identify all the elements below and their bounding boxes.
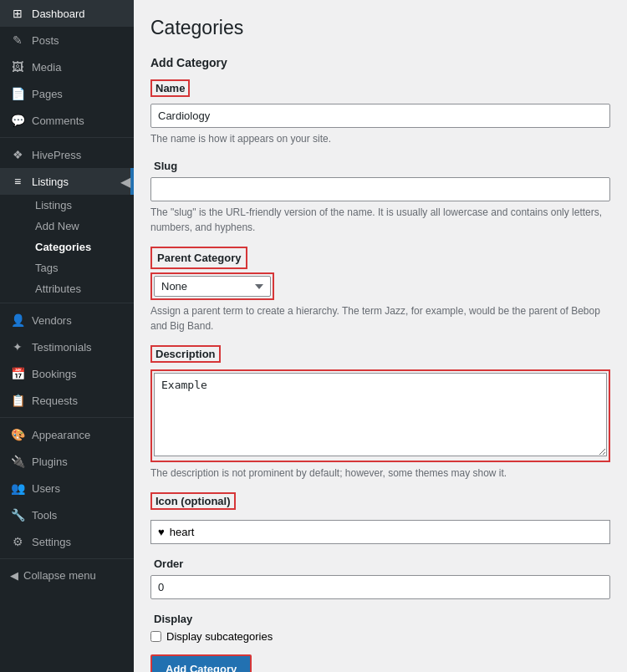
sidebar-sub-item-listings[interactable]: Listings: [25, 195, 134, 216]
sidebar-item-label: Listings: [32, 176, 69, 188]
description-box: [150, 369, 610, 462]
icon-field[interactable]: ♥ heart: [150, 520, 610, 544]
sidebar-item-label: Dashboard: [32, 8, 85, 20]
slug-input[interactable]: [150, 177, 610, 201]
parent-category-group: Parent Category None Assign a parent ter…: [150, 247, 610, 333]
sidebar-item-dashboard[interactable]: ⊞ Dashboard: [0, 0, 134, 27]
display-subcategories-checkbox[interactable]: [150, 631, 161, 642]
collapse-icon: ◀: [10, 569, 18, 582]
sidebar-item-posts[interactable]: ✎ Posts: [0, 27, 134, 53]
parent-category-select[interactable]: None: [154, 276, 271, 297]
sidebar-item-pages[interactable]: 📄 Pages: [0, 80, 134, 107]
media-icon: 🖼: [10, 60, 25, 74]
settings-icon: ⚙: [10, 535, 25, 548]
add-category-button[interactable]: Add Category: [150, 654, 252, 672]
sidebar-item-label: Testimonials: [32, 341, 92, 354]
sidebar-item-label: Tools: [32, 509, 57, 522]
name-label: Name: [155, 82, 185, 94]
sidebar-item-listings[interactable]: ≡ Listings ◀: [0, 168, 134, 195]
active-indicator: [130, 168, 134, 195]
separator: [0, 137, 134, 138]
sidebar-sub-item-add-new[interactable]: Add New: [25, 216, 134, 237]
separator-2: [0, 303, 134, 303]
name-label-wrapper: Name: [150, 79, 190, 97]
sidebar-sub-item-tags[interactable]: Tags: [25, 257, 134, 278]
sidebar-item-bookings[interactable]: 📅 Bookings: [0, 360, 134, 387]
order-group: Order: [150, 556, 610, 599]
page-title: Categories: [150, 17, 610, 39]
sidebar-item-label: Media: [32, 61, 61, 74]
main-content: Categories Add Category Name The name is…: [134, 0, 627, 672]
order-label: Order: [150, 556, 610, 572]
sidebar-item-label: Users: [32, 482, 60, 495]
plugins-icon: 🔌: [10, 455, 25, 468]
sidebar-item-label: Bookings: [32, 368, 76, 380]
sidebar-item-plugins[interactable]: 🔌 Plugins: [0, 448, 134, 475]
description-textarea[interactable]: [154, 373, 607, 456]
order-input[interactable]: [150, 575, 610, 599]
slug-hint: The "slug" is the URL-friendly version o…: [150, 205, 610, 235]
sidebar-item-label: Requests: [32, 395, 78, 407]
parent-label-wrapper: Parent Category: [150, 247, 247, 269]
desc-label-wrapper: Description: [150, 345, 221, 363]
sidebar-item-users[interactable]: 👥 Users: [0, 475, 134, 501]
sidebar-item-label: Comments: [32, 115, 84, 127]
icon-label: Icon (optional): [155, 495, 231, 507]
name-input[interactable]: [150, 104, 610, 128]
description-label: Description: [155, 348, 216, 360]
listings-icon: ≡: [10, 175, 25, 188]
sidebar-item-label: Appearance: [32, 429, 90, 441]
vendors-icon: 👤: [10, 313, 25, 327]
sidebar-item-label: Vendors: [32, 314, 72, 327]
description-hint: The description is not prominent by defa…: [150, 466, 610, 481]
sidebar-item-tools[interactable]: 🔧 Tools: [0, 501, 134, 528]
parent-category-hint: Assign a parent term to create a hierarc…: [150, 303, 610, 333]
sidebar-item-hivepress[interactable]: ❖ HivePress: [0, 141, 134, 168]
add-button-group: Add Category: [150, 654, 610, 672]
sidebar-item-vendors[interactable]: 👤 Vendors: [0, 307, 134, 333]
appearance-icon: 🎨: [10, 428, 25, 441]
collapse-menu[interactable]: ◀ Collapse menu: [0, 563, 134, 588]
sidebar-item-appearance[interactable]: 🎨 Appearance: [0, 421, 134, 448]
display-group: Display Display subcategories: [150, 611, 610, 643]
sidebar-item-requests[interactable]: 📋 Requests: [0, 387, 134, 414]
bookings-icon: 📅: [10, 367, 25, 380]
dashboard-icon: ⊞: [10, 7, 25, 20]
pages-icon: 📄: [10, 87, 25, 100]
sidebar-item-media[interactable]: 🖼 Media: [0, 53, 134, 80]
display-subcategories-row: Display subcategories: [150, 630, 610, 643]
tools-icon: 🔧: [10, 508, 25, 522]
sidebar-item-comments[interactable]: 💬 Comments: [0, 107, 134, 134]
sidebar-sub-item-categories[interactable]: Categories: [25, 237, 134, 257]
description-group: Description The description is not promi…: [150, 345, 610, 481]
slug-label: Slug: [150, 158, 610, 174]
sidebar-item-label: Pages: [32, 88, 63, 100]
icon-value: heart: [170, 526, 195, 538]
section-title: Add Category: [150, 56, 610, 69]
name-hint: The name is how it appears on your site.: [150, 131, 610, 146]
sidebar-item-label: Posts: [32, 34, 59, 47]
sidebar-item-label: Plugins: [32, 456, 68, 468]
chevron-icon: ◀: [120, 174, 130, 190]
sidebar-item-testimonials[interactable]: ✦ Testimonials: [0, 333, 134, 360]
sidebar-sub-listings: Listings Add New Categories Tags Attribu…: [0, 195, 134, 299]
display-subcategories-label: Display subcategories: [166, 630, 273, 643]
parent-category-label: Parent Category: [154, 250, 244, 266]
separator-4: [0, 558, 134, 559]
name-field-group: Name The name is how it appears on your …: [150, 79, 610, 146]
users-icon: 👥: [10, 481, 25, 495]
display-label: Display: [150, 611, 610, 627]
comments-icon: 💬: [10, 114, 25, 127]
separator-3: [0, 417, 134, 418]
sidebar: ⊞ Dashboard ✎ Posts 🖼 Media 📄 Pages 💬 Co…: [0, 0, 134, 672]
requests-icon: 📋: [10, 394, 25, 407]
parent-select-wrapper: None: [150, 272, 274, 300]
sidebar-item-settings[interactable]: ⚙ Settings: [0, 528, 134, 555]
heart-icon: ♥: [158, 526, 165, 538]
sidebar-sub-item-attributes[interactable]: Attributes: [25, 278, 134, 299]
sidebar-item-label: HivePress: [32, 149, 81, 161]
posts-icon: ✎: [10, 33, 25, 47]
collapse-label: Collapse menu: [23, 569, 96, 582]
icon-group: Icon (optional) ♥ heart: [150, 492, 610, 544]
sidebar-item-label: Settings: [32, 536, 71, 548]
